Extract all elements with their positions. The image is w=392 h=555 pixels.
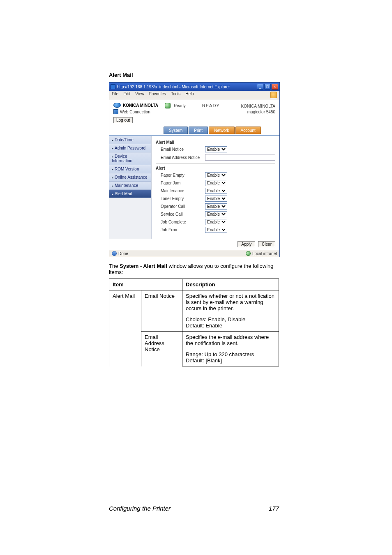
menu-favorites[interactable]: Favorites — [149, 92, 166, 98]
label-toner-empty: Toner Empty — [156, 196, 205, 201]
cell-sub-1: Email Address Notice — [141, 332, 182, 366]
footer-right: 177 — [269, 505, 279, 512]
page-footer: Configuring the Printer 177 — [109, 503, 279, 512]
pagescope-icon — [113, 109, 118, 114]
label-maintenance: Maintenance — [156, 189, 205, 193]
vendor-label: KONICA MINOLTA — [241, 104, 275, 109]
label-paper-empty: Paper Empty — [156, 173, 205, 177]
sidebar-item-admin-password[interactable]: Admin Password — [109, 144, 151, 152]
clear-button[interactable]: Clear — [258, 241, 275, 247]
ready-led-icon — [165, 103, 171, 108]
label-email-notice: Email Notice — [156, 147, 205, 152]
close-button[interactable]: × — [272, 84, 278, 90]
select-operator-call[interactable]: Enable — [205, 203, 227, 210]
maximize-button[interactable]: □ — [264, 84, 271, 90]
menu-file[interactable]: File — [112, 92, 118, 98]
ie-throbber-icon — [270, 92, 277, 98]
statusbar: Done Local intranet — [109, 250, 279, 257]
label-email-addr-notice: Email Address Notice — [156, 155, 205, 160]
logout-button[interactable]: Log out — [113, 117, 133, 123]
select-email-notice[interactable]: Enable — [205, 146, 227, 152]
status-done-text: Done — [118, 251, 128, 256]
label-service-call: Service Call — [156, 212, 205, 216]
tab-network[interactable]: Network — [209, 127, 235, 134]
select-toner-empty[interactable]: Enable — [205, 196, 227, 202]
label-job-complete: Job Complete — [156, 220, 205, 224]
cell-sub-0: Email Notice — [141, 290, 182, 332]
window-title: http://192.168.1.193/a_index.html - Micr… — [117, 85, 255, 89]
input-email-addr-notice[interactable] — [205, 154, 275, 161]
select-job-complete[interactable]: Enable — [205, 219, 227, 225]
sidebar-item-datetime[interactable]: Date/Time — [109, 136, 151, 144]
menu-help[interactable]: Help — [185, 92, 194, 98]
cell-desc-1-extra: Range: Up to 320 characters Default: [Bl… — [182, 349, 279, 366]
zone-icon — [246, 251, 251, 256]
brand-pagescope: Web Connection — [113, 109, 158, 114]
section-heading: Alert Mail — [109, 72, 279, 78]
th-desc: Description — [182, 279, 279, 290]
sidebar-item-alert-mail[interactable]: Alert Mail — [109, 190, 151, 198]
sidebar: Date/Time Admin Password Device Informat… — [109, 136, 152, 239]
status-text: READY — [202, 103, 220, 108]
menubar: File Edit View Favorites Tools Help — [109, 91, 279, 99]
browser-window: http://192.168.1.193/a_index.html - Micr… — [109, 82, 280, 257]
group-alert: Alert — [156, 166, 275, 170]
tab-system[interactable]: System — [164, 127, 188, 134]
label-job-error: Job Error — [156, 228, 205, 232]
select-service-call[interactable]: Enable — [205, 211, 227, 217]
divider — [156, 163, 275, 164]
menu-tools[interactable]: Tools — [171, 92, 180, 98]
ready-label: Ready — [174, 104, 186, 108]
brand-logo-icon — [113, 103, 121, 108]
brand-name: KONICA MINOLTA — [123, 103, 158, 108]
tab-print[interactable]: Print — [189, 127, 208, 134]
menu-view[interactable]: View — [135, 92, 144, 98]
pagescope-label: Web Connection — [120, 110, 150, 114]
window-titlebar: http://192.168.1.193/a_index.html - Micr… — [109, 83, 279, 91]
menu-edit[interactable]: Edit — [123, 92, 130, 98]
select-job-error[interactable]: Enable — [205, 227, 227, 233]
content-panel: Alert Mail Email Notice Enable Email Add… — [152, 136, 279, 239]
select-maintenance[interactable]: Enable — [205, 188, 227, 194]
th-item: Item — [109, 279, 182, 290]
cell-desc-1-main: Specifies the e-mail address where the n… — [182, 332, 279, 349]
label-operator-call: Operator Call — [156, 204, 205, 209]
apply-button[interactable]: Apply — [238, 241, 255, 247]
select-paper-jam[interactable]: Enable — [205, 180, 227, 186]
minimize-button[interactable]: _ — [257, 84, 263, 90]
sidebar-item-rom-version[interactable]: ROM Version — [109, 165, 151, 173]
model-label: magicolor 5450 — [241, 109, 275, 115]
ie-logo-icon — [111, 84, 115, 89]
sidebar-item-maintenance[interactable]: Maintenance — [109, 182, 151, 190]
spec-table: Item Description Alert Mail Email Notice… — [109, 279, 279, 366]
cell-desc-0-extra: Choices: Enable, Disable Default: Enable — [182, 314, 279, 332]
brand-konica: KONICA MINOLTA — [113, 103, 158, 108]
select-paper-empty[interactable]: Enable — [205, 172, 227, 178]
group-alert-mail: Alert Mail — [156, 140, 275, 145]
zone-text: Local intranet — [252, 251, 277, 256]
cell-group-0: Alert Mail — [109, 290, 141, 366]
sidebar-item-device-info[interactable]: Device Information — [109, 152, 151, 165]
description-line: The System - Alert Mail window allows yo… — [109, 263, 279, 275]
footer-left: Configuring the Printer — [109, 505, 171, 512]
tab-account[interactable]: Account — [235, 127, 261, 134]
status-done-icon — [112, 251, 117, 256]
cell-desc-0-main: Specifies whether or not a notification … — [182, 290, 279, 314]
sidebar-item-online-assist[interactable]: Online Assistance — [109, 173, 151, 182]
label-paper-jam: Paper Jam — [156, 181, 205, 185]
